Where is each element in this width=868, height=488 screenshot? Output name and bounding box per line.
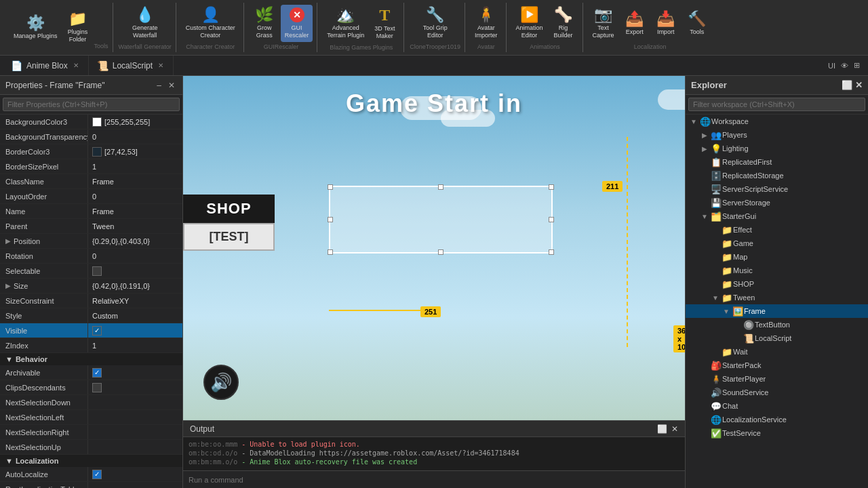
tree-item-starter-player[interactable]: ▶ 🧍 StarterPlayer <box>686 372 868 386</box>
tree-item-replicated-first[interactable]: ▶ 📋 ReplicatedFirst <box>686 155 868 169</box>
handle-tm[interactable] <box>438 184 443 190</box>
tree-item-shop[interactable]: ▶ 📁 SHOP <box>686 277 868 291</box>
output-line-1: om:be:oo.mmm - Unable to load plugin ico… <box>189 440 679 449</box>
advanced-terrain-button[interactable]: 🏔️ AdvancedTerrain Plugin <box>323 4 368 43</box>
players-arrow[interactable]: ▶ <box>699 131 710 139</box>
3d-text-button[interactable]: T 3D TextMaker <box>370 4 399 43</box>
handle-ml[interactable] <box>328 217 333 222</box>
tree-item-effect[interactable]: ▶ 📁 Effect <box>686 223 868 237</box>
cloud-3 <box>658 89 685 110</box>
starter-gui-arrow[interactable]: ▼ <box>699 213 710 220</box>
map-arrow: ▶ <box>710 253 721 261</box>
frame-arrow[interactable]: ▼ <box>721 308 732 315</box>
tree-item-workspace[interactable]: ▼ 🌐 Workspace <box>686 115 868 128</box>
tool-grip-editor-button[interactable]: 🔧 Tool GripEditor <box>419 5 452 42</box>
test-service-label: TestService <box>722 429 868 437</box>
handle-mr[interactable] <box>549 217 554 222</box>
handle-tr[interactable] <box>549 184 554 190</box>
eye-icon[interactable]: 👁 <box>841 62 848 70</box>
export-button[interactable]: 📤 Export <box>620 5 650 42</box>
explorer-popout-button[interactable]: ⬜ <box>842 80 852 90</box>
tree-item-tween[interactable]: ▼ 📁 Tween <box>686 291 868 304</box>
grow-grass-button[interactable]: 🌿 GrowGrass <box>250 5 279 42</box>
selectable-checkbox[interactable] <box>92 266 102 276</box>
localization-group: 📷 TextCapture 📤 Export 📥 Import 🔨 Tools … <box>585 3 716 52</box>
tab-anime-blox[interactable]: 📄 Anime Blox ✕ <box>3 56 89 75</box>
manage-plugins-button[interactable]: ⚙️ Manage Plugins <box>9 13 62 43</box>
tree-item-server-storage[interactable]: ▶ 💾 ServerStorage <box>686 196 868 209</box>
tree-item-local-script-tree[interactable]: ▶ 📜 LocalScript <box>686 331 868 345</box>
tree-item-starter-pack[interactable]: ▶ 🎒 StarterPack <box>686 359 868 372</box>
animations-group-label: Animations <box>530 43 560 50</box>
tree-item-lighting[interactable]: ▶ 💡 Lighting <box>686 142 868 155</box>
anime-blox-tab-close[interactable]: ✕ <box>72 62 80 69</box>
prop-row-size: ▶ Size {0.42,0},{0.191,0} <box>0 279 182 293</box>
tree-item-players[interactable]: ▶ 👥 Players <box>686 128 868 142</box>
output-close-button[interactable]: ✕ <box>671 424 678 434</box>
local-script-tab-close[interactable]: ✕ <box>157 62 165 69</box>
prop-row-nextselectionright: NextSelectionRight <box>0 425 182 440</box>
selection-box[interactable] <box>329 186 553 253</box>
backgroundcolor3-value: [255,255,255] <box>104 118 150 126</box>
grid-icon[interactable]: ⊞ <box>854 61 860 70</box>
tree-item-server-script-service[interactable]: ▶ 🖥️ ServerScriptService <box>686 182 868 196</box>
prop-row-name: Name Frame <box>0 204 182 219</box>
plugins-folder-icon: 📁 <box>68 12 87 26</box>
tree-item-chat[interactable]: ▶ 💬 Chat <box>686 399 868 413</box>
tree-item-text-button[interactable]: ▶ 🔘 TextButton <box>686 318 868 331</box>
output-popout-button[interactable]: ⬜ <box>657 424 667 434</box>
workspace-arrow[interactable]: ▼ <box>688 118 699 125</box>
tree-item-music[interactable]: ▶ 📁 Music <box>686 264 868 277</box>
players-label: Players <box>722 131 868 139</box>
explorer-close-button[interactable]: ✕ <box>855 80 863 90</box>
tree-item-frame[interactable]: ▼ 🖼️ Frame <box>686 304 868 318</box>
handle-bm[interactable] <box>438 249 443 255</box>
output-ts-2: om:bc:od.o/o <box>189 449 237 457</box>
clipsdescendants-checkbox[interactable] <box>92 383 102 392</box>
gui-rescaler-button[interactable]: ✕ GUIRescaler <box>281 5 313 42</box>
tree-item-replicated-storage[interactable]: ▶ 🗄️ ReplicatedStorage <box>686 169 868 182</box>
command-bar <box>183 470 685 488</box>
tree-item-localization-service[interactable]: ▶ 🌐 LocalizationService <box>686 413 868 426</box>
avatar-importer-button[interactable]: 🧍 AvatarImporter <box>471 5 502 42</box>
properties-close-button[interactable]: ✕ <box>166 81 177 90</box>
archivable-checkbox[interactable]: ✓ <box>92 368 102 378</box>
tools-localization-label: Tools <box>690 28 704 36</box>
sound-button[interactable]: 🔊 <box>203 365 239 400</box>
tween-arrow[interactable]: ▼ <box>710 294 721 302</box>
properties-minimize-button[interactable]: – <box>155 81 163 90</box>
rig-builder-button[interactable]: 🦴 RigBuilder <box>549 5 578 42</box>
visible-checkbox[interactable]: ✓ <box>92 326 102 336</box>
tab-local-script[interactable]: 📜 LocalScript ✕ <box>89 56 174 75</box>
lighting-arrow[interactable]: ▶ <box>699 145 710 152</box>
handle-br[interactable] <box>549 249 554 255</box>
plugins-folder-button[interactable]: 📁 PluginsFolder <box>63 9 93 46</box>
behavior-section-header[interactable]: ▼ Behavior <box>0 353 182 365</box>
replicated-first-arrow: ▶ <box>699 159 710 166</box>
ui-tab-label[interactable]: UI <box>828 62 835 70</box>
text-capture-button[interactable]: 📷 TextCapture <box>589 5 618 42</box>
wait-label: Wait <box>733 348 868 356</box>
properties-filter-input[interactable] <box>3 98 180 111</box>
grow-grass-icon: 🌿 <box>255 7 273 22</box>
animation-editor-button[interactable]: ▶️ AnimationEditor <box>512 5 547 42</box>
tree-item-wait[interactable]: ▶ 📁 Wait <box>686 345 868 359</box>
tree-item-test-service[interactable]: ▶ ✅ TestService <box>686 426 868 440</box>
autolocalize-checkbox[interactable]: ✓ <box>92 470 102 479</box>
command-bar-input[interactable] <box>189 476 679 484</box>
prop-name-name: Name <box>5 207 25 216</box>
tree-item-sound-service[interactable]: ▶ 🔊 SoundService <box>686 386 868 399</box>
tree-item-map[interactable]: ▶ 📁 Map <box>686 250 868 264</box>
tools-localization-button[interactable]: 🔨 Tools <box>682 5 712 42</box>
generate-waterfall-button[interactable]: 💧 GenerateWaterfall <box>128 5 162 42</box>
handle-bl[interactable] <box>328 249 333 255</box>
import-button[interactable]: 📥 Import <box>651 5 681 42</box>
local-script-tree-label: LocalScript <box>755 334 868 342</box>
explorer-filter-input[interactable] <box>688 98 865 111</box>
handle-tl[interactable] <box>328 184 333 190</box>
tree-item-starter-gui[interactable]: ▼ 🗂️ StarterGui <box>686 209 868 223</box>
custom-character-button[interactable]: 👤 Custom CharacterCreator <box>182 5 239 42</box>
bordercolor3-swatch <box>92 147 102 157</box>
tree-item-game[interactable]: ▶ 📁 Game <box>686 237 868 250</box>
localization-section-header[interactable]: ▼ Localization <box>0 455 182 467</box>
